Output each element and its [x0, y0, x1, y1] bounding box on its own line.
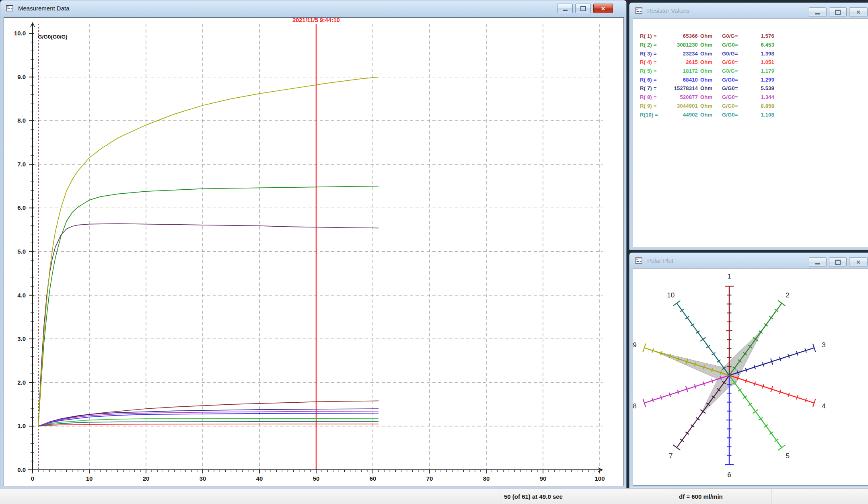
polar-axis-label-2: 2: [786, 291, 789, 299]
resistance-unit: Ohm: [698, 103, 718, 109]
resistor-label: R( 9) =: [640, 103, 661, 109]
polar-axis-label-4: 4: [822, 402, 825, 410]
polar-axis-tick: [673, 445, 681, 450]
plotter-window-icon: [635, 257, 643, 264]
x-tick-label: 30: [200, 475, 206, 482]
resistance-value: 520877: [661, 94, 698, 100]
ratio-value: 8.858: [746, 103, 774, 109]
resistor-label: R( 3) =: [640, 51, 661, 57]
y-tick-label: 7.0: [17, 161, 26, 168]
resistance-unit: Ohm: [698, 94, 718, 100]
resistance-unit: Ohm: [698, 51, 718, 57]
resistor-label: R( 6) =: [640, 77, 661, 83]
maximize-icon: [580, 6, 586, 11]
resistance-value: 2615: [661, 59, 698, 65]
cursor-timestamp: 2021/11/5 9:44:10: [292, 18, 340, 23]
window-title: Resistor Values: [647, 7, 689, 14]
x-tick-label: 60: [370, 475, 376, 482]
ratio-label: G/G0=: [718, 42, 746, 48]
ratio-label: G/G0=: [718, 103, 746, 109]
chart-client-area: 2021/11/5 9:44:1001020304050607080901000…: [4, 17, 624, 486]
resistance-value: 3044901: [661, 103, 698, 109]
polar-axis-tick: [673, 301, 681, 306]
minimize-button[interactable]: [809, 257, 827, 267]
resistor-label: R( 4) =: [640, 59, 661, 65]
polar-plot-window: Polar Plot ✕ 12345678910: [629, 252, 868, 488]
polar-plot-titlebar[interactable]: Polar Plot ✕: [629, 253, 868, 268]
resistance-value: 15278314: [661, 85, 698, 91]
resistor-row-2: R( 2) =3081230OhmG/G0=6.453: [640, 41, 868, 49]
close-button[interactable]: ✕: [849, 257, 868, 267]
window-title: Measurement Data: [18, 5, 70, 12]
ratio-value: 1.051: [746, 59, 774, 65]
ratio-value: 1.398: [746, 51, 774, 57]
resistance-unit: Ohm: [698, 85, 718, 91]
resistor-label: R(10) =: [640, 112, 661, 118]
close-button[interactable]: ✕: [593, 4, 613, 13]
resistor-label: R( 7) =: [640, 85, 661, 91]
maximize-icon: [835, 260, 841, 265]
window-title: Polar Plot: [647, 257, 673, 264]
resistance-unit: Ohm: [698, 77, 718, 83]
close-icon: ✕: [856, 10, 861, 15]
y-tick-label: 4.0: [17, 292, 26, 299]
resistor-list: R( 1) =65366OhmG0/G=1.576R( 2) =3081230O…: [633, 18, 868, 119]
close-button[interactable]: ✕: [849, 7, 868, 17]
minimize-button[interactable]: [809, 7, 827, 17]
polar-axis-label-5: 5: [786, 452, 789, 460]
resistor-row-9: R( 9) =3044901OhmG/G0=8.858: [640, 102, 868, 111]
y-tick-label: 9.0: [17, 74, 26, 80]
x-tick-label: 40: [256, 475, 263, 482]
ratio-label: G/G0=: [718, 77, 746, 83]
y-tick-label: 5.0: [17, 248, 26, 255]
polar-plot-chart[interactable]: 12345678910: [633, 268, 868, 484]
desktop: { "measurement_window": { "title": "Meas…: [0, 0, 868, 504]
polar-axis-label-3: 3: [822, 341, 825, 349]
maximize-button[interactable]: [829, 257, 847, 267]
status-section-empty: [0, 489, 504, 504]
x-tick-label: 90: [540, 475, 547, 482]
polar-axis-tick: [753, 410, 758, 413]
minimize-button[interactable]: [557, 4, 573, 13]
polar-client-area: 12345678910: [633, 268, 868, 486]
resistor-values-titlebar[interactable]: Resistor Values ✕: [629, 3, 868, 18]
resistor-values-window: Resistor Values ✕ R( 1) =65366OhmG0/G=1.…: [629, 2, 868, 250]
polar-axis-tick: [778, 445, 786, 450]
resistance-value: 44902: [661, 112, 698, 118]
resistance-value: 18172: [661, 68, 698, 74]
measurement-data-titlebar[interactable]: Measurement Data ✕: [0, 0, 626, 16]
close-icon: ✕: [856, 260, 861, 265]
resistor-row-4: R( 4) =2615OhmG/G0=1.051: [640, 58, 868, 67]
status-bar: 50 (of 61) at 49.0 sec df = 600 ml/min: [0, 488, 868, 504]
maximize-button[interactable]: [575, 4, 591, 13]
resistor-row-6: R( 6) =68410OhmG/G0=1.299: [640, 75, 868, 84]
polar-axis-label-6: 6: [727, 471, 731, 479]
resistor-label: R( 2) =: [640, 42, 661, 48]
measurement-chart[interactable]: 2021/11/5 9:44:1001020304050607080901000…: [4, 18, 623, 485]
resistance-value: 23234: [661, 51, 698, 57]
ratio-value: 1.344: [746, 94, 774, 100]
resistor-row-3: R( 3) =23234OhmG0/G=1.398: [640, 49, 868, 58]
resistor-row-8: R( 8) =520877OhmG/G0=1.344: [640, 93, 868, 102]
ratio-value: 1.576: [746, 33, 774, 39]
y-axis-title: G/G0(G0/G): [38, 34, 68, 40]
ratio-label: G/G0=: [718, 112, 746, 118]
polar-axis-label-8: 8: [633, 402, 637, 410]
y-tick-label: 3.0: [17, 335, 26, 342]
polar-axis-label-10: 10: [667, 291, 675, 299]
status-progress: 50 (of 61) at 49.0 sec: [500, 489, 679, 504]
ratio-label: G0/G=: [718, 68, 746, 74]
resistance-unit: Ohm: [698, 33, 718, 39]
resistor-label: R( 1) =: [640, 33, 661, 39]
y-tick-label: 1.0: [17, 422, 26, 429]
resistor-client-area: R( 1) =65366OhmG0/G=1.576R( 2) =3081230O…: [633, 18, 868, 247]
status-section-empty: [771, 489, 868, 504]
ratio-label: G0/G=: [718, 33, 746, 39]
x-tick-label: 80: [483, 475, 490, 482]
resistance-unit: Ohm: [698, 59, 718, 65]
x-tick-label: 10: [86, 475, 93, 482]
maximize-button[interactable]: [829, 7, 847, 17]
ratio-label: G/G0=: [718, 59, 746, 65]
resistor-row-5: R( 5) =18172OhmG0/G=1.179: [640, 67, 868, 76]
plotter-window-icon: [6, 4, 14, 12]
